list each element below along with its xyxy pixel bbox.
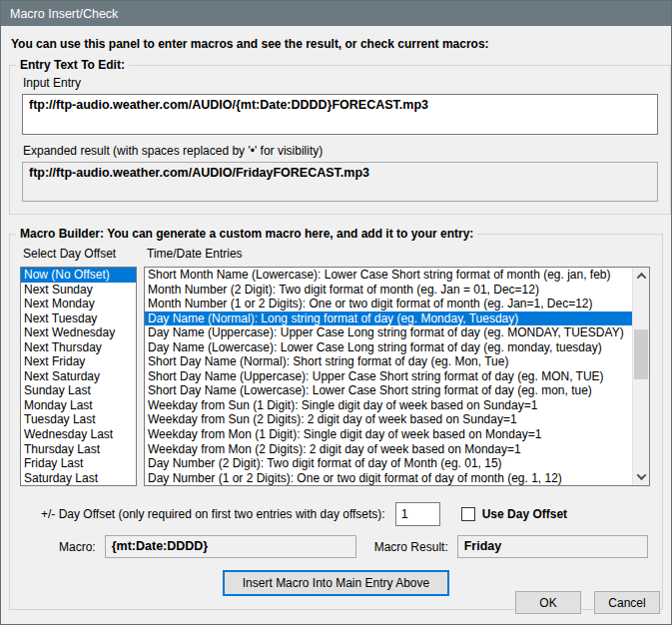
list-item[interactable]: Saturday Last (21, 471, 136, 486)
scrollbar-thumb[interactable] (634, 329, 648, 379)
intro-text: You can use this panel to enter macros a… (11, 37, 661, 51)
list-item[interactable]: Next Sunday (21, 283, 136, 298)
expanded-result-label: Expanded result (with spaces replaced by… (23, 144, 658, 158)
insert-macro-button[interactable]: Insert Macro Into Main Entry Above (223, 570, 449, 596)
scroll-up-icon[interactable] (633, 268, 649, 285)
day-offset-input[interactable] (395, 502, 440, 526)
list-item[interactable]: Short Day Name (Normal): Short string fo… (145, 354, 632, 369)
macro-builder-legend: Macro Builder: You can generate a custom… (16, 227, 477, 241)
day-offset-listbox[interactable]: Now (No Offset)Next SundayNext MondayNex… (20, 267, 137, 486)
macro-builder-groupbox: Macro Builder: You can generate a custom… (9, 227, 663, 610)
list-item[interactable]: Short Month Name (Lowercase): Lower Case… (145, 268, 632, 283)
day-offset-instruction-label: +/- Day Offset (only required on first t… (41, 507, 385, 521)
select-day-offset-label: Select Day Offset (23, 247, 137, 261)
list-item[interactable]: Wednesday Last (21, 427, 136, 442)
time-date-list-items: Short Month Name (Lowercase): Lower Case… (145, 268, 632, 485)
expanded-result-field: ftp://ftp-audio.weather.com/AUDIO/Friday… (22, 162, 658, 202)
macro-insert-check-dialog: Macro Insert/Check You can use this pane… (0, 0, 672, 625)
chevron-up-icon (636, 273, 646, 283)
list-item[interactable]: Day Name (Normal): Long string format of… (145, 312, 632, 326)
list-item[interactable]: Short Day Name (Lowercase): Lower Case S… (145, 383, 632, 398)
chevron-down-icon (636, 470, 646, 480)
time-date-entries-label: Time/Date Entries (147, 247, 650, 261)
input-entry-label: Input Entry (23, 76, 658, 90)
list-item[interactable]: Day Number (2 Digit): Two digit format o… (145, 456, 632, 471)
scroll-down-icon[interactable] (633, 468, 649, 485)
list-item[interactable]: Next Saturday (21, 369, 136, 384)
list-item[interactable]: Next Thursday (21, 340, 136, 355)
list-item[interactable]: Now (No Offset) (21, 268, 136, 283)
entry-text-groupbox: Entry Text To Edit: Input Entry ftp://ft… (9, 58, 671, 215)
list-item[interactable]: Next Friday (21, 354, 136, 369)
use-day-offset-label[interactable]: Use Day Offset (482, 507, 567, 521)
list-item[interactable]: Sunday Last (21, 383, 136, 398)
macro-field: {mt:Date:DDDD} (105, 535, 356, 558)
list-item[interactable]: Next Tuesday (21, 312, 136, 326)
list-item[interactable]: Weekday from Sun (2 Digits): 2 digit day… (145, 412, 632, 427)
macro-result-field: Friday (457, 535, 648, 558)
list-item[interactable]: Thursday Last (21, 442, 136, 457)
list-item[interactable]: Friday Last (21, 456, 136, 471)
list-item[interactable]: Weekday from Sun (1 Digit): Single digit… (145, 398, 632, 413)
list-item[interactable]: Day Name (Lowercase): Lower Case Long st… (145, 340, 632, 355)
cancel-button[interactable]: Cancel (594, 591, 660, 614)
list-item[interactable]: Monday Last (21, 398, 136, 413)
list-item[interactable]: Tuesday Last (21, 412, 136, 427)
macro-label: Macro: (59, 540, 96, 554)
window-title: Macro Insert/Check (10, 7, 118, 21)
input-entry-field[interactable]: ftp://ftp-audio.weather.com/AUDIO/{mt:Da… (22, 94, 658, 135)
ok-button[interactable]: OK (515, 591, 581, 614)
list-item[interactable]: Next Wednesday (21, 325, 136, 340)
list-item[interactable]: Next Monday (21, 297, 136, 312)
list-item[interactable]: Short Day Name (Uppercase): Upper Case S… (145, 369, 632, 384)
macro-result-label: Macro Result: (374, 540, 448, 554)
list-item[interactable]: Weekday from Mon (1 Digit): Single digit… (145, 427, 632, 442)
list-item[interactable]: Month Number (1 or 2 Digits): One or two… (145, 297, 632, 312)
time-date-listbox[interactable]: Short Month Name (Lowercase): Lower Case… (144, 267, 650, 486)
use-day-offset-checkbox[interactable] (461, 507, 475, 521)
titlebar: Macro Insert/Check (1, 1, 671, 26)
list-item[interactable]: Day Name (Uppercase): Upper Case Long st… (145, 325, 632, 340)
list-item[interactable]: Weekday from Mon (2 Digits): 2 digit day… (145, 442, 632, 457)
list-item[interactable]: Month Number (2 Digit): Two digit format… (145, 283, 632, 298)
entry-text-legend: Entry Text To Edit: (16, 58, 129, 72)
list-item[interactable]: Day Number (1 or 2 Digits): One or two d… (145, 471, 632, 486)
scrollbar[interactable] (632, 268, 649, 485)
